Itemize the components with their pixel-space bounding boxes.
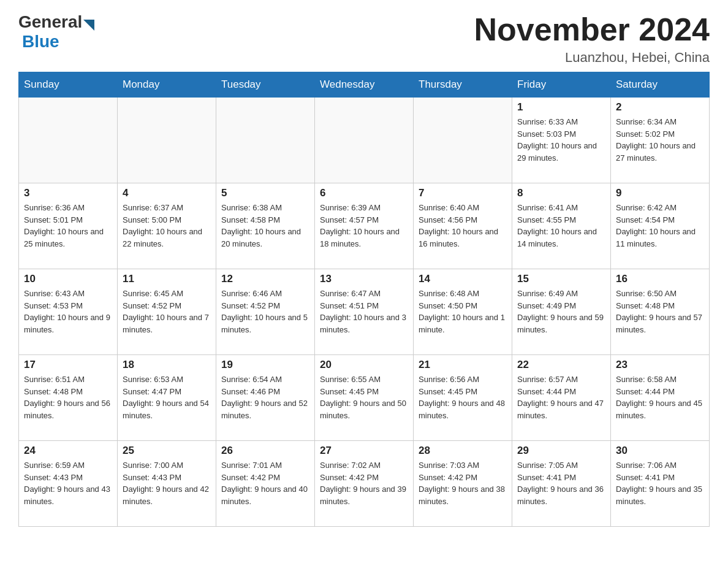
day-number: 29 bbox=[517, 445, 605, 457]
calendar-week-1: 1Sunrise: 6:33 AMSunset: 5:03 PMDaylight… bbox=[19, 98, 710, 183]
day-number: 10 bbox=[24, 273, 112, 285]
calendar-cell: 29Sunrise: 7:05 AMSunset: 4:41 PMDayligh… bbox=[512, 441, 611, 527]
day-info: Sunrise: 6:39 AMSunset: 4:57 PMDaylight:… bbox=[320, 202, 408, 250]
day-info: Sunrise: 7:01 AMSunset: 4:42 PMDaylight:… bbox=[221, 459, 309, 507]
logo-general-text: General bbox=[18, 12, 82, 32]
calendar-cell: 18Sunrise: 6:53 AMSunset: 4:47 PMDayligh… bbox=[118, 355, 216, 441]
calendar-table: SundayMondayTuesdayWednesdayThursdayFrid… bbox=[18, 72, 710, 527]
calendar-cell bbox=[315, 98, 414, 183]
day-number: 21 bbox=[419, 359, 507, 371]
svg-marker-0 bbox=[83, 20, 94, 31]
day-info: Sunrise: 6:45 AMSunset: 4:52 PMDaylight:… bbox=[123, 288, 211, 335]
calendar-cell: 4Sunrise: 6:37 AMSunset: 5:00 PMDaylight… bbox=[118, 183, 216, 269]
day-number: 22 bbox=[517, 359, 605, 371]
day-info: Sunrise: 7:06 AMSunset: 4:41 PMDaylight:… bbox=[616, 459, 704, 507]
calendar-cell: 15Sunrise: 6:49 AMSunset: 4:49 PMDayligh… bbox=[512, 269, 611, 355]
day-number: 19 bbox=[221, 359, 309, 371]
day-number: 16 bbox=[616, 273, 704, 285]
calendar-cell: 17Sunrise: 6:51 AMSunset: 4:48 PMDayligh… bbox=[19, 355, 118, 441]
day-number: 20 bbox=[320, 359, 408, 371]
day-number: 28 bbox=[419, 445, 507, 457]
day-info: Sunrise: 7:05 AMSunset: 4:41 PMDaylight:… bbox=[517, 459, 605, 507]
weekday-header-friday: Friday bbox=[512, 72, 611, 98]
day-info: Sunrise: 6:50 AMSunset: 4:48 PMDaylight:… bbox=[616, 288, 704, 335]
calendar-cell: 9Sunrise: 6:42 AMSunset: 4:54 PMDaylight… bbox=[611, 183, 710, 269]
day-number: 26 bbox=[221, 445, 309, 457]
day-info: Sunrise: 6:59 AMSunset: 4:43 PMDaylight:… bbox=[24, 459, 112, 507]
day-info: Sunrise: 6:46 AMSunset: 4:52 PMDaylight:… bbox=[221, 288, 309, 335]
page-header: General Blue November 2024 Luanzhou, Heb… bbox=[18, 12, 710, 66]
day-number: 18 bbox=[123, 359, 211, 371]
day-info: Sunrise: 6:42 AMSunset: 4:54 PMDaylight:… bbox=[616, 202, 704, 250]
day-info: Sunrise: 6:41 AMSunset: 4:55 PMDaylight:… bbox=[517, 202, 605, 250]
calendar-cell: 13Sunrise: 6:47 AMSunset: 4:51 PMDayligh… bbox=[315, 269, 414, 355]
day-info: Sunrise: 7:03 AMSunset: 4:42 PMDaylight:… bbox=[419, 459, 507, 507]
day-number: 14 bbox=[419, 273, 507, 285]
calendar-cell: 21Sunrise: 6:56 AMSunset: 4:45 PMDayligh… bbox=[414, 355, 512, 441]
calendar-cell bbox=[414, 98, 512, 183]
calendar-cell: 3Sunrise: 6:36 AMSunset: 5:01 PMDaylight… bbox=[19, 183, 118, 269]
day-info: Sunrise: 6:38 AMSunset: 4:58 PMDaylight:… bbox=[221, 202, 309, 250]
calendar-cell bbox=[216, 98, 315, 183]
day-number: 25 bbox=[123, 445, 211, 457]
calendar-cell bbox=[19, 98, 118, 183]
calendar-cell: 24Sunrise: 6:59 AMSunset: 4:43 PMDayligh… bbox=[19, 441, 118, 527]
day-info: Sunrise: 6:34 AMSunset: 5:02 PMDaylight:… bbox=[616, 116, 704, 164]
calendar-week-3: 10Sunrise: 6:43 AMSunset: 4:53 PMDayligh… bbox=[19, 269, 710, 355]
day-number: 24 bbox=[24, 445, 112, 457]
calendar-cell: 12Sunrise: 6:46 AMSunset: 4:52 PMDayligh… bbox=[216, 269, 315, 355]
calendar-cell: 30Sunrise: 7:06 AMSunset: 4:41 PMDayligh… bbox=[611, 441, 710, 527]
day-info: Sunrise: 6:53 AMSunset: 4:47 PMDaylight:… bbox=[123, 373, 211, 421]
day-number: 13 bbox=[320, 273, 408, 285]
day-info: Sunrise: 6:49 AMSunset: 4:49 PMDaylight:… bbox=[517, 288, 605, 335]
weekday-header-thursday: Thursday bbox=[414, 72, 512, 98]
calendar-cell: 23Sunrise: 6:58 AMSunset: 4:44 PMDayligh… bbox=[611, 355, 710, 441]
day-info: Sunrise: 6:36 AMSunset: 5:01 PMDaylight:… bbox=[24, 202, 112, 250]
day-number: 30 bbox=[616, 445, 704, 457]
weekday-header-monday: Monday bbox=[118, 72, 216, 98]
day-number: 12 bbox=[221, 273, 309, 285]
logo: General Blue bbox=[18, 12, 96, 52]
calendar-cell: 22Sunrise: 6:57 AMSunset: 4:44 PMDayligh… bbox=[512, 355, 611, 441]
calendar-cell: 8Sunrise: 6:41 AMSunset: 4:55 PMDaylight… bbox=[512, 183, 611, 269]
day-info: Sunrise: 6:54 AMSunset: 4:46 PMDaylight:… bbox=[221, 373, 309, 421]
day-number: 27 bbox=[320, 445, 408, 457]
calendar-cell: 6Sunrise: 6:39 AMSunset: 4:57 PMDaylight… bbox=[315, 183, 414, 269]
calendar-cell: 5Sunrise: 6:38 AMSunset: 4:58 PMDaylight… bbox=[216, 183, 315, 269]
calendar-cell: 20Sunrise: 6:55 AMSunset: 4:45 PMDayligh… bbox=[315, 355, 414, 441]
weekday-header-wednesday: Wednesday bbox=[315, 72, 414, 98]
day-info: Sunrise: 6:55 AMSunset: 4:45 PMDaylight:… bbox=[320, 373, 408, 421]
day-number: 3 bbox=[24, 187, 112, 199]
day-info: Sunrise: 6:40 AMSunset: 4:56 PMDaylight:… bbox=[419, 202, 507, 250]
calendar-subtitle: Luanzhou, Hebei, China bbox=[474, 50, 710, 66]
calendar-cell: 11Sunrise: 6:45 AMSunset: 4:52 PMDayligh… bbox=[118, 269, 216, 355]
calendar-cell: 27Sunrise: 7:02 AMSunset: 4:42 PMDayligh… bbox=[315, 441, 414, 527]
day-info: Sunrise: 6:37 AMSunset: 5:00 PMDaylight:… bbox=[123, 202, 211, 250]
day-number: 23 bbox=[616, 359, 704, 371]
calendar-cell: 1Sunrise: 6:33 AMSunset: 5:03 PMDaylight… bbox=[512, 98, 611, 183]
weekday-header-row: SundayMondayTuesdayWednesdayThursdayFrid… bbox=[19, 72, 710, 98]
day-info: Sunrise: 6:57 AMSunset: 4:44 PMDaylight:… bbox=[517, 373, 605, 421]
weekday-header-saturday: Saturday bbox=[611, 72, 710, 98]
day-info: Sunrise: 6:58 AMSunset: 4:44 PMDaylight:… bbox=[616, 373, 704, 421]
day-number: 5 bbox=[221, 187, 309, 199]
calendar-cell: 16Sunrise: 6:50 AMSunset: 4:48 PMDayligh… bbox=[611, 269, 710, 355]
day-info: Sunrise: 6:56 AMSunset: 4:45 PMDaylight:… bbox=[419, 373, 507, 421]
calendar-title: November 2024 bbox=[474, 12, 710, 47]
calendar-header: November 2024 Luanzhou, Hebei, China bbox=[474, 12, 710, 66]
day-info: Sunrise: 7:02 AMSunset: 4:42 PMDaylight:… bbox=[320, 459, 408, 507]
day-number: 8 bbox=[517, 187, 605, 199]
weekday-header-sunday: Sunday bbox=[19, 72, 118, 98]
calendar-cell: 14Sunrise: 6:48 AMSunset: 4:50 PMDayligh… bbox=[414, 269, 512, 355]
calendar-cell: 7Sunrise: 6:40 AMSunset: 4:56 PMDaylight… bbox=[414, 183, 512, 269]
day-number: 11 bbox=[123, 273, 211, 285]
weekday-header-tuesday: Tuesday bbox=[216, 72, 315, 98]
calendar-cell bbox=[118, 98, 216, 183]
day-info: Sunrise: 6:43 AMSunset: 4:53 PMDaylight:… bbox=[24, 288, 112, 335]
day-number: 17 bbox=[24, 359, 112, 371]
day-number: 4 bbox=[123, 187, 211, 199]
day-info: Sunrise: 6:47 AMSunset: 4:51 PMDaylight:… bbox=[320, 288, 408, 335]
day-number: 1 bbox=[517, 101, 605, 113]
day-number: 9 bbox=[616, 187, 704, 199]
day-info: Sunrise: 6:48 AMSunset: 4:50 PMDaylight:… bbox=[419, 288, 507, 335]
